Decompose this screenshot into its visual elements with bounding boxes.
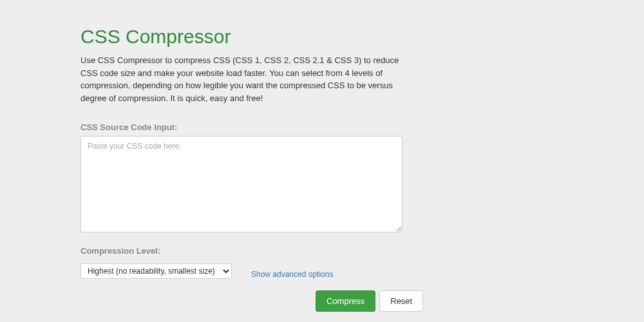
compress-button[interactable]: Compress [316,290,375,312]
css-input-label: CSS Source Code Input: [80,122,564,132]
main-container: CSS Compressor Use CSS Compressor to com… [80,0,564,322]
css-input[interactable] [80,136,402,232]
reset-button[interactable]: Reset [379,290,423,312]
compression-select[interactable]: Highest (no readability, smallest size) [80,263,232,279]
page-description: Use CSS Compressor to compress CSS (CSS … [80,54,402,104]
button-row: Compress Reset [316,290,564,312]
compression-block: Compression Level: Highest (no readabili… [80,246,232,279]
advanced-options-link[interactable]: Show advanced options [251,270,333,279]
compression-label: Compression Level: [80,246,232,256]
page-title: CSS Compressor [80,26,564,48]
options-row: Compression Level: Highest (no readabili… [80,246,564,279]
